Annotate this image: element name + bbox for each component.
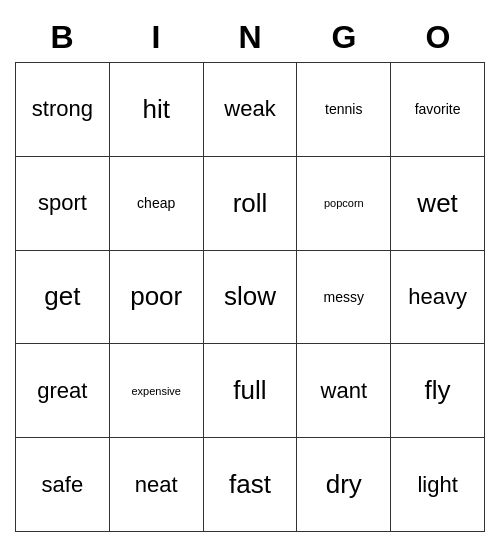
header-letter-B: B — [15, 12, 109, 62]
bingo-cell-0-0: strong — [16, 63, 110, 157]
bingo-cell-0-4: favorite — [391, 63, 485, 157]
bingo-cell-1-1: cheap — [110, 157, 204, 251]
bingo-cell-4-4: light — [391, 438, 485, 532]
bingo-header: BINGO — [15, 12, 485, 62]
bingo-cell-4-2: fast — [204, 438, 298, 532]
bingo-cell-1-3: popcorn — [297, 157, 391, 251]
bingo-cell-4-1: neat — [110, 438, 204, 532]
bingo-cell-4-3: dry — [297, 438, 391, 532]
bingo-cell-1-2: roll — [204, 157, 298, 251]
bingo-cell-2-0: get — [16, 251, 110, 345]
bingo-cell-1-0: sport — [16, 157, 110, 251]
bingo-cell-3-1: expensive — [110, 344, 204, 438]
header-letter-N: N — [203, 12, 297, 62]
bingo-cell-1-4: wet — [391, 157, 485, 251]
bingo-grid: stronghitweaktennisfavoritesportcheaprol… — [15, 62, 485, 532]
bingo-cell-2-1: poor — [110, 251, 204, 345]
bingo-cell-2-2: slow — [204, 251, 298, 345]
header-letter-I: I — [109, 12, 203, 62]
bingo-cell-3-4: fly — [391, 344, 485, 438]
header-letter-O: O — [391, 12, 485, 62]
bingo-card: BINGO stronghitweaktennisfavoritesportch… — [15, 12, 485, 532]
bingo-cell-3-0: great — [16, 344, 110, 438]
bingo-cell-2-3: messy — [297, 251, 391, 345]
bingo-cell-0-3: tennis — [297, 63, 391, 157]
header-letter-G: G — [297, 12, 391, 62]
bingo-cell-0-2: weak — [204, 63, 298, 157]
bingo-cell-3-3: want — [297, 344, 391, 438]
bingo-cell-3-2: full — [204, 344, 298, 438]
bingo-cell-2-4: heavy — [391, 251, 485, 345]
bingo-cell-0-1: hit — [110, 63, 204, 157]
bingo-cell-4-0: safe — [16, 438, 110, 532]
